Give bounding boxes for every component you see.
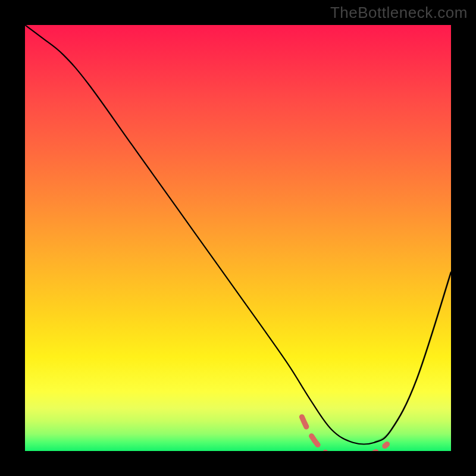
watermark: TheBottleneck.com bbox=[330, 4, 468, 22]
chart-frame: TheBottleneck.com bbox=[0, 0, 476, 476]
optimal-range-marker bbox=[302, 417, 387, 451]
right-branch-shadow bbox=[374, 272, 451, 442]
bottleneck-curve bbox=[25, 25, 451, 444]
chart-svg bbox=[25, 25, 451, 451]
plot-area bbox=[25, 25, 451, 451]
